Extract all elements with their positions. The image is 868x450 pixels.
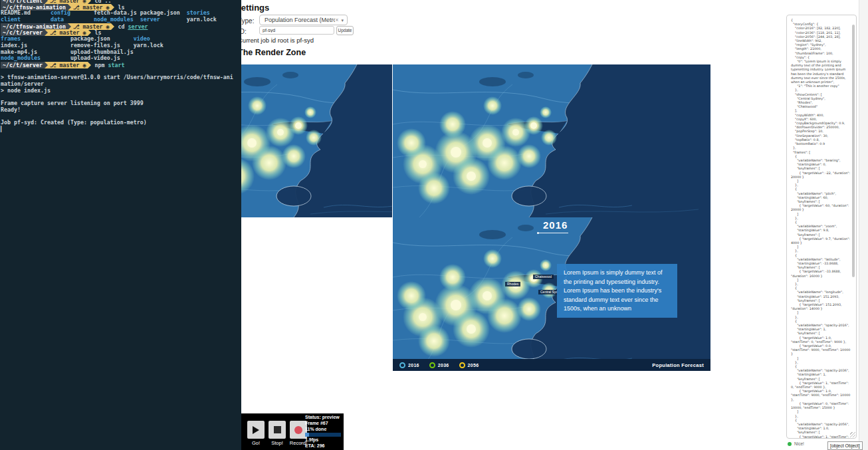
- stop-icon: [274, 426, 281, 433]
- map-output-frame[interactable]: 2016 Chatswood Rhodes Central Syd Lorem …: [393, 217, 710, 371]
- map-canvas-live[interactable]: [393, 64, 710, 217]
- year-title: 2016: [543, 219, 568, 231]
- update-button[interactable]: Update: [336, 26, 354, 35]
- job-id-input[interactable]: [259, 26, 334, 35]
- legend-ring-2016-icon: [399, 362, 405, 368]
- screen: Settings Type: Population Forecast (Metr…: [0, 0, 868, 450]
- suburb-label-rhodes: Rhodes: [505, 282, 520, 286]
- terminal[interactable]: ~/c/t/client⎇ master ◉ cd ..~/c/tfnsw-an…: [0, 0, 241, 450]
- play-icon: [253, 426, 259, 434]
- suburb-label-chatswood: Chatswood: [533, 275, 554, 279]
- legend-item-2056: 2056: [459, 362, 479, 368]
- capture-status: Status: preview: [305, 415, 342, 421]
- record-icon: [294, 426, 302, 434]
- config-json: { "storyConfig": { "color-2016": [82, 18…: [787, 15, 856, 439]
- legend-label-2016: 2016: [408, 363, 419, 368]
- story-config-textarea[interactable]: { "storyConfig": { "color-2016": [82, 18…: [786, 15, 857, 439]
- capture-progress-bar: [305, 433, 341, 437]
- status-ok-dot-icon: [788, 442, 792, 446]
- terminal-body: ~/c/t/client⎇ master ◉ cd ..~/c/tfnsw-an…: [0, 0, 241, 132]
- legend-label-2036: 2036: [438, 363, 449, 368]
- map-art-live: [393, 64, 710, 217]
- render-zone-title: The Render Zone: [238, 48, 306, 57]
- legend-title: Population Forecast: [652, 362, 704, 368]
- textarea-resize-handle-icon[interactable]: [850, 432, 855, 437]
- config-scrollbar-thumb[interactable]: [852, 25, 855, 277]
- chevron-down-icon[interactable]: ▾: [341, 18, 344, 23]
- capture-control-panel: Go! Stop! Record! Status: preview Frame …: [241, 413, 344, 450]
- map-legend-bar: 2016 2036 2056 Population Forecast: [393, 359, 710, 371]
- go-button[interactable]: [247, 421, 265, 439]
- stop-button-label: Stop!: [267, 440, 287, 446]
- legend-item-2016: 2016: [399, 362, 419, 368]
- browser-status-tooltip: [object Object]: [827, 441, 863, 450]
- legend-label-2056: 2056: [468, 363, 479, 368]
- progress-fill: [305, 433, 309, 437]
- stop-button[interactable]: [269, 421, 286, 439]
- capture-frame: Frame #67: [305, 421, 342, 427]
- go-button-label: Go!: [246, 440, 266, 446]
- map-art-left: [234, 64, 392, 217]
- job-status-text: Current job id root is pf-syd: [238, 37, 314, 44]
- legend-ring-2056-icon: [459, 362, 465, 368]
- clear-icon[interactable]: ×: [335, 17, 338, 23]
- map-canvas-left[interactable]: [234, 64, 392, 217]
- status-ok-text: Nice!: [794, 441, 804, 446]
- legend-item-2036: 2036: [429, 362, 449, 368]
- capture-done: 11% done: [305, 427, 342, 433]
- legend-ring-2036-icon: [429, 362, 435, 368]
- capture-fps: 1.9fps: [305, 437, 342, 443]
- type-select[interactable]: Population Forecast (Metro) × ▾: [259, 15, 348, 25]
- validation-status: Nice!: [788, 441, 804, 446]
- year-title-rule: [538, 233, 568, 233]
- capture-eta: ETA: 296: [305, 443, 342, 449]
- story-copy-box: Lorem Ipsum is simply dummy text of the …: [557, 264, 677, 318]
- capture-status-info: Status: preview Frame #67 11% done 1.9fp…: [305, 415, 342, 449]
- type-select-value: Population Forecast (Metro): [265, 17, 335, 23]
- browser-scrollbar-track[interactable]: [859, 0, 868, 450]
